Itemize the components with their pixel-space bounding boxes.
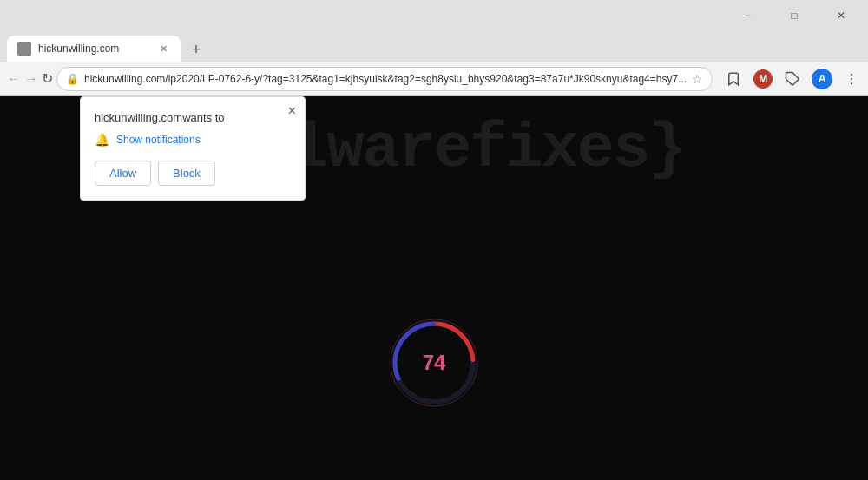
svg-point-3 bbox=[851, 82, 852, 84]
block-button[interactable]: Block bbox=[158, 161, 215, 186]
profile-button[interactable]: A bbox=[808, 65, 836, 93]
lock-icon: 🔒 bbox=[66, 73, 79, 85]
close-button[interactable]: ✕ bbox=[821, 3, 861, 28]
menu-button[interactable] bbox=[838, 65, 865, 93]
refresh-button[interactable]: ↻ bbox=[42, 65, 53, 93]
popup-close-button[interactable]: × bbox=[288, 104, 296, 118]
tab-title: hickunwilling.com bbox=[38, 43, 149, 55]
progress-number: 74 bbox=[423, 351, 446, 375]
progress-container: 74 bbox=[386, 315, 482, 411]
notification-popup: hickunwilling.comwants to × 🔔 Show notif… bbox=[80, 96, 306, 201]
popup-buttons: Allow Block bbox=[95, 161, 291, 186]
tab-close-button[interactable]: ✕ bbox=[156, 42, 170, 56]
address-bar[interactable]: 🔒 hickunwilling.com/lp2020/LP-0762-6-y/?… bbox=[56, 67, 713, 91]
minimize-button[interactable]: − bbox=[727, 3, 767, 28]
popup-title: hickunwilling.comwants to bbox=[95, 111, 291, 124]
tab-favicon bbox=[17, 42, 31, 56]
forward-button[interactable]: → bbox=[24, 65, 38, 93]
toolbar: ← → ↻ 🔒 hickunwilling.com/lp2020/LP-0762… bbox=[0, 62, 868, 96]
popup-notification-row: 🔔 Show notifications bbox=[95, 133, 291, 147]
maximize-button[interactable]: □ bbox=[774, 3, 814, 28]
address-text: hickunwilling.com/lp2020/LP-0762-6-y/?ta… bbox=[84, 73, 687, 85]
window-controls: − □ ✕ bbox=[727, 3, 861, 28]
active-tab[interactable]: hickunwilling.com ✕ bbox=[7, 36, 181, 62]
back-button[interactable]: ← bbox=[7, 65, 21, 93]
show-notifications-link[interactable]: Show notifications bbox=[116, 134, 201, 146]
bookmark-star-icon[interactable]: ☆ bbox=[692, 72, 703, 86]
svg-point-1 bbox=[851, 73, 852, 75]
title-bar: − □ ✕ bbox=[0, 0, 868, 30]
svg-point-2 bbox=[851, 77, 852, 79]
m-icon: M bbox=[753, 69, 773, 89]
new-tab-button[interactable]: + bbox=[184, 37, 208, 62]
bell-icon: 🔔 bbox=[95, 133, 109, 147]
tab-bar: hickunwilling.com ✕ + bbox=[0, 30, 868, 62]
extensions-button[interactable] bbox=[779, 65, 806, 93]
m-icon-button[interactable]: M bbox=[749, 65, 777, 93]
profile-avatar: A bbox=[812, 69, 832, 89]
page-content: {nalwarefixes} 74 hickunwilling.comwants… bbox=[0, 96, 868, 480]
toolbar-icons: M A bbox=[720, 65, 865, 93]
browser-window: − □ ✕ hickunwilling.com ✕ + ← → ↻ 🔒 hick… bbox=[0, 0, 868, 480]
allow-button[interactable]: Allow bbox=[95, 161, 151, 186]
bookmark-icon-btn[interactable] bbox=[720, 65, 747, 93]
